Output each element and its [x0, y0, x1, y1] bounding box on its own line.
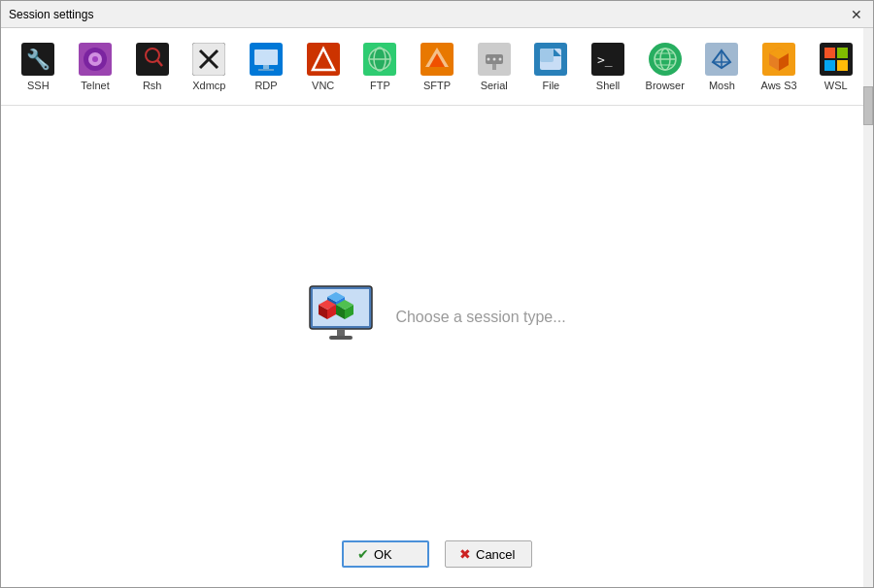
ok-label: OK [374, 547, 392, 562]
vnc-icon [306, 42, 341, 77]
session-icon-sftp[interactable]: SFTP [410, 36, 465, 97]
vnc-label: VNC [312, 80, 334, 91]
session-icon-telnet[interactable]: Telnet [68, 36, 123, 97]
session-icons-bar: 🔧SSHTelnetRshXdmcpRDPVNCFTPSFTPSerialFil… [1, 28, 873, 106]
file-label: File [543, 80, 560, 91]
sftp-icon [420, 42, 454, 77]
session-icon-mosh[interactable]: Mosh [694, 36, 750, 97]
main-content-area: Choose a session type... [1, 106, 873, 529]
svg-point-28 [487, 58, 489, 61]
svg-rect-54 [837, 48, 848, 58]
close-button[interactable]: ✕ [848, 6, 865, 23]
rdp-icon [249, 42, 284, 77]
rsh-icon [135, 42, 170, 77]
wsl-icon [819, 42, 854, 77]
shell-icon: >_ [590, 42, 625, 77]
svg-rect-15 [258, 69, 274, 71]
ssh-icon: 🔧 [20, 42, 55, 77]
cancel-button[interactable]: ✖ Cancel [445, 540, 532, 568]
svg-rect-69 [329, 336, 353, 340]
serial-icon [477, 42, 512, 77]
svg-rect-68 [337, 329, 345, 337]
mosh-icon [704, 42, 739, 77]
svg-rect-53 [824, 48, 835, 58]
svg-text:🔧: 🔧 [26, 48, 50, 71]
session-icon-shell[interactable]: >_Shell [581, 36, 636, 97]
session-icon-browser[interactable]: Browser [637, 36, 692, 97]
ssh-label: SSH [27, 80, 50, 91]
cancel-label: Cancel [476, 547, 515, 562]
mosh-label: Mosh [709, 80, 735, 91]
ftp-icon [362, 42, 397, 77]
session-icon-rsh[interactable]: Rsh [124, 36, 180, 97]
rdp-label: RDP [254, 80, 277, 91]
awss3-label: Aws S3 [761, 80, 797, 91]
placeholder-monitor-icon [308, 284, 376, 351]
scrollbar-thumb[interactable] [863, 86, 873, 125]
ok-button[interactable]: ✔ OK [342, 540, 429, 568]
svg-point-5 [92, 56, 98, 62]
session-icon-serial[interactable]: Serial [466, 36, 521, 97]
session-icon-ftp[interactable]: FTP [353, 36, 408, 97]
browser-icon [648, 42, 683, 77]
serial-label: Serial [481, 80, 508, 91]
xdmcp-label: Xdmcp [192, 80, 225, 91]
svg-rect-55 [824, 60, 835, 71]
sftp-label: SFTP [423, 80, 451, 91]
svg-point-29 [492, 58, 495, 61]
file-icon [533, 42, 568, 77]
dialog-title: Session settings [9, 8, 93, 21]
telnet-label: Telnet [81, 80, 109, 91]
session-icon-wsl[interactable]: WSL [808, 36, 863, 97]
svg-rect-56 [837, 60, 848, 71]
xdmcp-icon [191, 42, 226, 77]
telnet-icon [78, 42, 113, 77]
session-icon-vnc[interactable]: VNC [295, 36, 351, 97]
awss3-icon [761, 42, 796, 77]
session-icon-awss3[interactable]: Aws S3 [752, 36, 807, 97]
svg-rect-34 [540, 49, 554, 62]
scrollbar[interactable] [863, 28, 873, 587]
session-icon-ssh[interactable]: 🔧SSH [11, 36, 66, 97]
svg-rect-13 [254, 49, 278, 65]
session-icon-xdmcp[interactable]: Xdmcp [182, 36, 237, 97]
svg-rect-31 [492, 64, 496, 70]
svg-rect-14 [263, 65, 269, 69]
session-icon-rdp[interactable]: RDP [239, 36, 294, 97]
svg-text:>_: >_ [597, 52, 613, 67]
svg-point-30 [498, 58, 501, 61]
browser-label: Browser [646, 80, 685, 91]
shell-label: Shell [596, 80, 620, 91]
session-settings-dialog: Session settings ✕ 🔧SSHTelnetRshXdmcpRDP… [0, 0, 874, 588]
rsh-label: Rsh [143, 80, 162, 91]
choose-session-text: Choose a session type... [395, 309, 565, 326]
session-icon-file[interactable]: File [523, 36, 579, 97]
ok-icon: ✔ [357, 546, 369, 562]
cancel-icon: ✖ [459, 546, 471, 562]
ftp-label: FTP [370, 80, 390, 91]
button-bar: ✔ OK ✖ Cancel [1, 529, 873, 587]
title-bar: Session settings ✕ [1, 1, 873, 28]
wsl-label: WSL [824, 80, 848, 91]
